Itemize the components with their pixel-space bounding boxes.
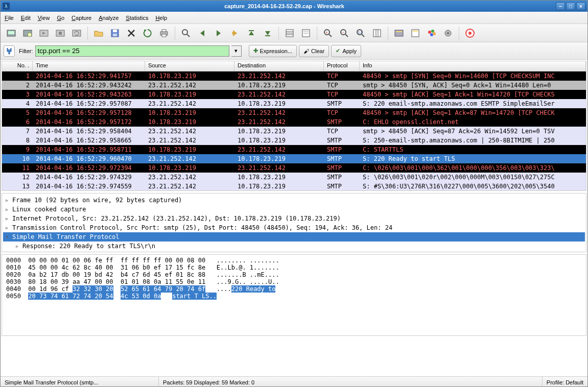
disclosure-icon[interactable]: ▹: [15, 243, 20, 250]
maximize-button[interactable]: □: [566, 2, 575, 10]
packet-list-body[interactable]: 12014-04-16 16:52:29.94175710.178.23.219…: [2, 71, 586, 191]
table-row[interactable]: 72014-04-16 16:52:29.95840423.21.252.142…: [2, 127, 586, 136]
packet-list-pane: No. . Time Source Destination Protocol I…: [2, 61, 586, 191]
svg-line-42: [362, 34, 364, 37]
help-icon[interactable]: [462, 26, 478, 41]
tree-item[interactable]: ▿Simple Mail Transfer Protocol: [3, 232, 585, 241]
close-button[interactable]: ×: [576, 2, 585, 10]
table-row[interactable]: 32014-04-16 16:52:29.94326310.178.23.219…: [2, 90, 586, 99]
reload-icon[interactable]: [140, 26, 155, 41]
svg-text:+: +: [325, 30, 328, 35]
open-icon[interactable]: [91, 26, 106, 41]
auto-scroll-icon[interactable]: [298, 26, 314, 41]
table-row[interactable]: 42014-04-16 16:52:29.95708723.21.252.142…: [2, 99, 586, 108]
menu-view[interactable]: View: [38, 15, 50, 21]
capture-filters-icon[interactable]: [391, 26, 407, 41]
disclosure-icon[interactable]: ▹: [5, 197, 10, 204]
column-info: Info: [360, 61, 586, 71]
svg-rect-48: [396, 31, 402, 32]
disclosure-icon[interactable]: ▹: [5, 224, 10, 231]
tree-item[interactable]: ▹Frame 10 (92 bytes on wire, 92 bytes ca…: [3, 196, 585, 205]
find-icon[interactable]: [178, 26, 194, 41]
status-right: Profile: Default: [543, 377, 587, 387]
table-row[interactable]: 102014-04-16 16:52:29.96047023.21.252.14…: [2, 154, 586, 163]
clear-button[interactable]: 🖌Clear: [299, 45, 329, 57]
minimize-button[interactable]: –: [556, 2, 565, 10]
packet-bytes-pane[interactable]: 0000 00 00 00 01 00 06 fe ff ff ff ff ff…: [2, 254, 586, 336]
go-forward-icon[interactable]: [211, 26, 226, 41]
svg-point-52: [431, 30, 434, 33]
disclosure-icon[interactable]: ▹: [5, 206, 10, 213]
start-capture-icon[interactable]: [36, 26, 52, 41]
print-icon[interactable]: [156, 26, 172, 41]
svg-marker-21: [217, 30, 221, 36]
svg-point-18: [182, 30, 187, 35]
table-row[interactable]: 82014-04-16 16:52:29.95866523.21.252.142…: [2, 136, 586, 145]
coloring-rules-icon[interactable]: [424, 26, 439, 41]
interfaces-icon[interactable]: [4, 26, 19, 41]
go-first-icon[interactable]: [244, 26, 259, 41]
statusbar: Simple Mail Transfer Protocol (smtp... P…: [1, 376, 587, 387]
svg-text:−: −: [342, 30, 344, 35]
disclosure-icon[interactable]: ▹: [5, 215, 10, 222]
menu-go[interactable]: Go: [57, 15, 64, 21]
save-icon[interactable]: [107, 26, 123, 41]
close-file-icon[interactable]: [124, 26, 139, 41]
table-row[interactable]: 112014-04-16 16:52:29.97239410.178.23.21…: [2, 163, 586, 173]
colorize-icon[interactable]: [282, 26, 297, 41]
svg-rect-44: [373, 30, 381, 37]
filter-input[interactable]: [35, 45, 229, 57]
menu-edit[interactable]: Edit: [21, 15, 31, 21]
preferences-icon[interactable]: [440, 26, 456, 41]
svg-text:1:1: 1:1: [358, 31, 363, 34]
disclosure-icon[interactable]: ▿: [5, 233, 10, 240]
svg-line-36: [329, 34, 332, 37]
tree-item[interactable]: ▹Internet Protocol, Src: 23.21.252.142 (…: [3, 214, 585, 223]
table-row[interactable]: 22014-04-16 16:52:29.94324223.21.252.142…: [2, 81, 586, 90]
display-filters-icon[interactable]: [408, 26, 423, 41]
svg-rect-16: [162, 30, 166, 32]
column-source: Source: [145, 61, 234, 71]
menu-capture[interactable]: Capture: [72, 15, 91, 21]
table-row[interactable]: 122014-04-16 16:52:29.97432923.21.252.14…: [2, 173, 586, 182]
apply-button[interactable]: ✔Apply: [331, 45, 361, 57]
menu-help[interactable]: Help: [155, 15, 167, 21]
svg-line-19: [187, 34, 190, 37]
zoom-reset-icon[interactable]: 1:1: [353, 26, 368, 41]
toolbar: + − 1:1: [1, 24, 587, 42]
filter-dropdown[interactable]: ▾: [231, 45, 242, 57]
filter-bookmark-icon[interactable]: [4, 45, 15, 57]
table-row[interactable]: 52014-04-16 16:52:29.95712810.178.23.219…: [2, 108, 586, 117]
options-icon[interactable]: [20, 26, 35, 41]
menu-file[interactable]: File: [5, 15, 14, 21]
svg-rect-17: [162, 34, 166, 37]
svg-rect-7: [59, 32, 62, 35]
table-row[interactable]: 92014-04-16 16:52:29.95871110.178.23.219…: [2, 145, 586, 154]
menu-analyze[interactable]: Analyze: [99, 15, 119, 21]
packet-details-tree[interactable]: ▹Frame 10 (92 bytes on wire, 92 bytes ca…: [2, 194, 586, 252]
go-last-icon[interactable]: [260, 26, 275, 41]
packet-list-header[interactable]: No. . Time Source Destination Protocol I…: [2, 61, 586, 71]
menu-statistics[interactable]: Statistics: [126, 15, 148, 21]
resize-columns-icon[interactable]: [369, 26, 385, 41]
table-row[interactable]: 132014-04-16 16:52:29.97455923.21.252.14…: [2, 182, 586, 191]
tree-item[interactable]: ▹Response: 220 Ready to start TLS\r\n: [3, 241, 585, 251]
filter-label: Filter:: [19, 48, 33, 54]
brush-icon: 🖌: [303, 48, 309, 54]
zoom-in-icon[interactable]: +: [320, 26, 336, 41]
table-row[interactable]: 62014-04-16 16:52:29.95717210.178.23.219…: [2, 117, 586, 127]
svg-marker-59: [7, 48, 11, 54]
zoom-out-icon[interactable]: −: [337, 26, 352, 41]
tree-item[interactable]: ▹Linux cooked capture: [3, 205, 585, 214]
expression-button[interactable]: ✚Expression...: [249, 45, 297, 57]
tree-item[interactable]: ▹Transmission Control Protocol, Src Port…: [3, 223, 585, 232]
restart-capture-icon[interactable]: [69, 26, 84, 41]
svg-rect-11: [113, 34, 117, 36]
table-row[interactable]: 12014-04-16 16:52:29.94175710.178.23.219…: [2, 71, 586, 81]
hex-row: 0000 00 00 00 01 00 06 fe ff ff ff ff ff…: [6, 257, 582, 264]
go-back-icon[interactable]: [195, 26, 210, 41]
stop-capture-icon[interactable]: [53, 26, 68, 41]
titlebar: λ capture_2014-04-16-23-52-29.cap - Wire…: [1, 1, 587, 12]
svg-line-39: [345, 34, 348, 37]
go-to-packet-icon[interactable]: [227, 26, 243, 41]
